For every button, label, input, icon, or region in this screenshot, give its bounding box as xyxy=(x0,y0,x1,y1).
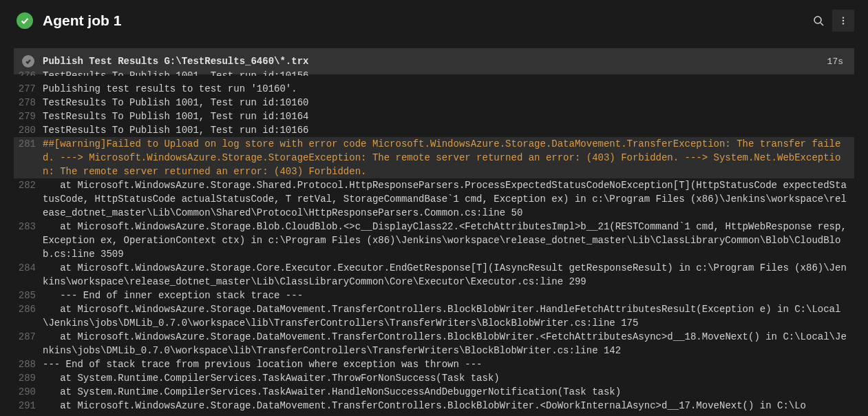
search-icon xyxy=(813,15,824,26)
log-text: Publishing test results to test run '101… xyxy=(43,82,854,96)
log-line[interactable]: 290 at System.Runtime.CompilerServices.T… xyxy=(14,385,854,399)
line-number: 279 xyxy=(14,110,43,123)
line-number: 286 xyxy=(14,302,43,316)
line-number: 280 xyxy=(14,123,43,137)
line-number: 291 xyxy=(14,399,43,413)
log-text: at Microsoft.WindowsAzure.Storage.DataMo… xyxy=(43,330,854,357)
status-success-icon xyxy=(17,12,33,29)
line-number: 277 xyxy=(14,82,43,96)
svg-point-2 xyxy=(843,17,844,18)
search-button[interactable] xyxy=(807,10,829,32)
line-number: 284 xyxy=(14,261,43,275)
job-title: Agent job 1 xyxy=(43,12,798,29)
line-number: 278 xyxy=(14,96,43,110)
log-text: TestResults To Publish 1001, Test run id… xyxy=(43,96,854,110)
log-line[interactable]: 284 at Microsoft.WindowsAzure.Storage.Co… xyxy=(14,261,854,289)
more-icon xyxy=(838,16,848,25)
line-number: 281 xyxy=(14,137,43,151)
log-line[interactable]: 291 at Microsoft.WindowsAzure.Storage.Da… xyxy=(14,399,854,413)
line-number: 283 xyxy=(14,220,43,233)
log-text: at Microsoft.WindowsAzure.Storage.Blob.C… xyxy=(43,220,854,261)
log-line[interactable]: 280TestResults To Publish 1001, Test run… xyxy=(14,123,854,137)
svg-line-1 xyxy=(821,23,823,25)
log-text: TestResults To Publish 1001, Test run id… xyxy=(43,123,854,137)
log-text: TestResults To Publish 1001, Test run id… xyxy=(43,68,854,76)
log-line[interactable]: 278TestResults To Publish 1001, Test run… xyxy=(14,96,854,110)
svg-point-0 xyxy=(814,17,821,23)
log-line[interactable]: 276TestResults To Publish 1001, Test run… xyxy=(14,74,854,82)
log-line[interactable]: 283 at Microsoft.WindowsAzure.Storage.Bl… xyxy=(14,220,854,261)
line-number: 288 xyxy=(14,357,43,371)
header-actions xyxy=(807,10,854,32)
line-number: 285 xyxy=(14,289,43,302)
log-line[interactable]: 277Publishing test results to test run '… xyxy=(14,82,854,96)
log-text: --- End of stack trace from previous loc… xyxy=(43,357,854,371)
task-title: Publish Test Results G:\TestResults_6460… xyxy=(43,56,819,67)
log-text: --- End of inner exception stack trace -… xyxy=(43,289,854,302)
task-status-icon xyxy=(22,55,34,67)
log-line[interactable]: 287 at Microsoft.WindowsAzure.Storage.Da… xyxy=(14,330,854,357)
log-area[interactable]: 276TestResults To Publish 1001, Test run… xyxy=(14,74,854,413)
log-line[interactable]: 285 --- End of inner exception stack tra… xyxy=(14,289,854,302)
svg-point-4 xyxy=(843,23,844,24)
line-number: 282 xyxy=(14,178,43,192)
log-text: at Microsoft.WindowsAzure.Storage.DataMo… xyxy=(43,302,854,330)
job-header: Agent job 1 xyxy=(0,0,868,45)
log-text: at System.Runtime.CompilerServices.TaskA… xyxy=(43,371,854,385)
log-text: at System.Runtime.CompilerServices.TaskA… xyxy=(43,385,854,399)
log-text: TestResults To Publish 1001, Test run id… xyxy=(43,110,854,123)
more-button[interactable] xyxy=(832,10,854,32)
log-line[interactable]: 288--- End of stack trace from previous … xyxy=(14,357,854,371)
line-number: 289 xyxy=(14,371,43,385)
log-text: at Microsoft.WindowsAzure.Storage.Shared… xyxy=(43,178,854,220)
svg-point-3 xyxy=(843,20,844,21)
log-text-warning: ##[warning]Failed to Upload on log store… xyxy=(43,137,854,178)
log-text: at Microsoft.WindowsAzure.Storage.DataMo… xyxy=(43,399,854,413)
line-number: 290 xyxy=(14,385,43,399)
log-text: at Microsoft.WindowsAzure.Storage.Core.E… xyxy=(43,261,854,289)
log-line[interactable]: 282 at Microsoft.WindowsAzure.Storage.Sh… xyxy=(14,178,854,220)
line-number: 287 xyxy=(14,330,43,344)
log-line[interactable]: 286 at Microsoft.WindowsAzure.Storage.Da… xyxy=(14,302,854,330)
log-line[interactable]: 279TestResults To Publish 1001, Test run… xyxy=(14,110,854,123)
task-duration: 17s xyxy=(827,56,843,67)
log-line[interactable]: 289 at System.Runtime.CompilerServices.T… xyxy=(14,371,854,385)
log-line[interactable]: 281##[warning]Failed to Upload on log st… xyxy=(14,137,854,178)
line-number: 276 xyxy=(14,68,43,76)
